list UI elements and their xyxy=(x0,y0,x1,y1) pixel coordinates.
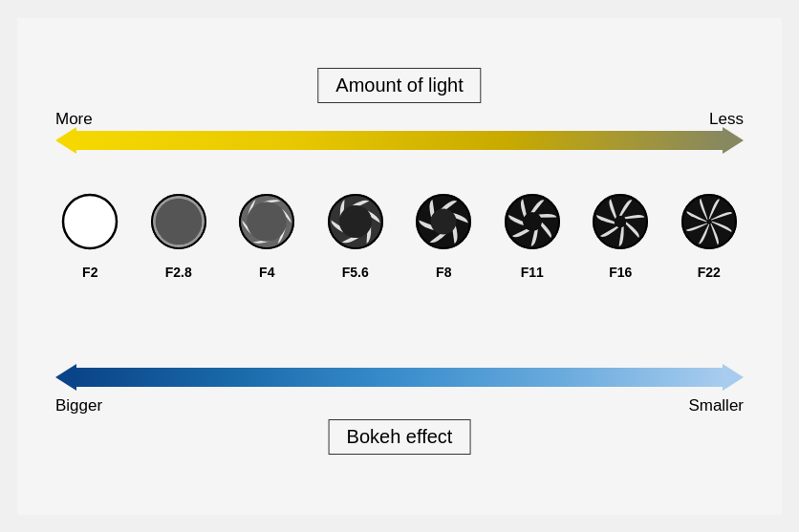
amount-of-light-label: Amount of light xyxy=(317,68,481,103)
aperture-item: F11 xyxy=(501,190,564,280)
svg-point-5 xyxy=(248,202,287,241)
bigger-label: Bigger xyxy=(55,396,102,415)
aperture-item: F16 xyxy=(589,190,652,280)
aperture-label: F5.6 xyxy=(342,265,369,280)
arrow-left-head xyxy=(55,127,76,154)
apertures-row: F2F2.8F4F5.6F8F11F16F22 xyxy=(46,190,753,280)
aperture-icon xyxy=(678,190,741,257)
arrow-body xyxy=(75,131,724,150)
svg-point-20 xyxy=(706,219,711,223)
aperture-icon xyxy=(235,190,298,257)
smaller-label: Smaller xyxy=(688,396,744,415)
svg-point-14 xyxy=(523,212,542,231)
aperture-icon xyxy=(58,190,121,257)
svg-point-2 xyxy=(155,198,202,245)
aperture-label: F2.8 xyxy=(165,265,192,280)
aperture-label: F8 xyxy=(436,265,451,280)
aperture-label: F2 xyxy=(82,265,97,280)
svg-point-0 xyxy=(63,195,117,248)
bokeh-arrow-left-head xyxy=(55,364,76,391)
arrow-right-head xyxy=(723,127,744,154)
aperture-icon xyxy=(589,190,652,257)
aperture-item: F8 xyxy=(412,190,475,280)
main-container: Amount of light More Less F2F2.8F4F5.6F8… xyxy=(17,18,782,515)
bokeh-arrow-body xyxy=(75,368,724,387)
bokeh-arrow-right-head xyxy=(723,364,744,391)
aperture-item: F22 xyxy=(678,190,741,280)
aperture-label: F16 xyxy=(609,265,632,280)
aperture-item: F2 xyxy=(58,190,121,280)
svg-point-8 xyxy=(339,204,372,237)
aperture-icon xyxy=(147,190,210,257)
aperture-item: F5.6 xyxy=(324,190,387,280)
aperture-item: F4 xyxy=(235,190,298,280)
aperture-label: F4 xyxy=(259,265,274,280)
aperture-item: F2.8 xyxy=(147,190,210,280)
bokeh-effect-label: Bokeh effect xyxy=(329,419,471,455)
amount-of-light-arrow xyxy=(55,123,744,158)
aperture-icon xyxy=(501,190,564,257)
svg-point-17 xyxy=(615,215,626,226)
aperture-label: F22 xyxy=(698,265,721,280)
aperture-icon xyxy=(324,190,387,257)
bokeh-arrow xyxy=(55,360,744,394)
aperture-icon xyxy=(412,190,475,257)
svg-point-11 xyxy=(431,208,457,234)
aperture-label: F11 xyxy=(521,265,544,280)
